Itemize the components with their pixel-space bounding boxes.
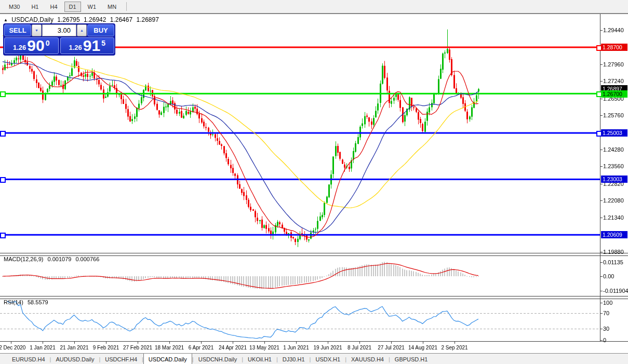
sell-price-display[interactable]: 1.26 90 0	[4, 37, 59, 54]
separator-macd-rsi[interactable]	[0, 296, 628, 299]
axis-tick	[600, 340, 603, 341]
axis-tick	[600, 218, 603, 218]
chart-title: ▲ USDCAD,Daily 1.26795 1.26942 1.26467 1…	[4, 16, 161, 23]
date-tick	[296, 342, 297, 344]
date-tick	[74, 342, 75, 344]
date-tick	[264, 342, 265, 344]
tab-usdcad-daily[interactable]: USDCAD.Daily	[143, 354, 192, 364]
sell-price-prefix: 1.26	[13, 44, 26, 51]
volume-decrease-button[interactable]: ▼	[32, 24, 42, 36]
hline-handle[interactable]	[0, 177, 6, 183]
macd-name: MACD(12,26,9)	[4, 256, 43, 262]
tab-ukoil-h1[interactable]: UKOil.H1	[243, 354, 276, 364]
axis-label: 0.01135	[603, 259, 623, 265]
axis-label: 1.25760	[603, 112, 624, 118]
axis-label: 30	[603, 326, 609, 332]
date-tick	[169, 342, 170, 344]
tab-dj30-h1[interactable]: DJ30.H1	[278, 354, 310, 364]
price-axis-line	[600, 14, 600, 342]
hline-handle[interactable]	[0, 131, 6, 137]
tab-xauusd-h4[interactable]: XAUUSD.H4	[346, 354, 389, 364]
date-tick	[423, 342, 423, 344]
date-tick	[106, 342, 106, 344]
axis-label: 0	[603, 337, 606, 343]
buy-price-display[interactable]: 1.26 91 5	[60, 37, 115, 54]
date-tick	[11, 342, 11, 344]
volume-input[interactable]: 3.00	[42, 24, 76, 36]
axis-label: -0.011904	[603, 288, 628, 294]
volume-increase-button[interactable]: ▲	[77, 24, 87, 36]
axis-label: 1.19880	[603, 249, 624, 255]
price-badge-blue: 1.23003	[601, 176, 627, 183]
date-tick	[359, 342, 360, 344]
axis-tick	[600, 30, 603, 31]
macd-value: 0.001079	[47, 256, 71, 262]
tab-eurusd-h4[interactable]: EURUSD.H4	[7, 354, 50, 364]
ohlc-open: 1.26795	[57, 16, 79, 23]
axis-label: 1.23560	[603, 163, 624, 169]
price-badge-blue: 1.20609	[601, 231, 627, 238]
date-tick	[233, 342, 233, 344]
rsi-value: 58.5579	[28, 299, 48, 305]
axis-label: 0.00	[603, 273, 614, 279]
axis-label: 1.27240	[603, 78, 624, 84]
hline-handle[interactable]	[0, 91, 6, 97]
ohlc-close: 1.26897	[137, 16, 159, 23]
axis-tick	[600, 184, 603, 184]
separator-rsi-dates	[0, 341, 628, 342]
date-tick	[138, 342, 138, 344]
buy-price-big: 91	[83, 38, 100, 53]
date-label: 2 Sep 2021	[434, 345, 475, 350]
macd-signal-value: 0.000766	[75, 256, 99, 262]
tab-usdcnh-daily[interactable]: USDCNH.Daily	[194, 354, 242, 364]
symbol-marker-icon: ▲	[4, 18, 8, 22]
sell-button[interactable]: SELL	[4, 24, 31, 36]
axis-tick	[600, 262, 603, 263]
axis-tick	[600, 81, 603, 82]
axis-tick	[600, 276, 603, 277]
date-tick	[328, 342, 328, 344]
axis-tick	[600, 115, 603, 116]
buy-price-prefix: 1.26	[69, 44, 82, 51]
rsi-label: RSI(14) 58.5579	[4, 299, 51, 305]
ohlc-low: 1.26467	[110, 16, 132, 23]
date-tick	[43, 342, 43, 344]
tab-usdx-h1[interactable]: USDX.H1	[311, 354, 345, 364]
hline-handle[interactable]	[0, 233, 6, 238]
date-tick	[455, 342, 455, 344]
price-badge-green: 1.26700	[601, 90, 627, 98]
date-tick	[201, 342, 202, 344]
axis-tick	[600, 329, 603, 329]
chart-tab-bar: EURUSD.H4|AUDUSD.Daily|USDCHF.H4|USDCAD.…	[0, 353, 628, 364]
tab-usdchf-h4[interactable]: USDCHF.H4	[100, 354, 142, 364]
date-tick	[391, 342, 392, 344]
ohlc-high: 1.26942	[84, 16, 106, 23]
axis-label: 70	[603, 310, 609, 316]
axis-tick	[600, 303, 603, 303]
axis-tick	[600, 200, 603, 201]
axis-tick	[600, 252, 603, 252]
axis-tick	[600, 291, 603, 291]
rsi-name: RSI(14)	[4, 299, 23, 305]
axis-tick	[600, 99, 603, 99]
tab-audusd-daily[interactable]: AUDUSD.Daily	[51, 354, 99, 364]
price-badge-blue: 1.25003	[601, 129, 627, 137]
axis-label: 1.22080	[603, 197, 624, 204]
axis-label: 1.27960	[603, 61, 624, 68]
axis-tick	[600, 150, 603, 150]
axis-tick	[600, 313, 603, 314]
tab-gbpusd-h1[interactable]: GBPUSD.H1	[390, 354, 433, 364]
sell-price-big: 90	[27, 38, 44, 53]
chart-symbol: USDCAD,Daily	[11, 16, 54, 23]
price-badge-red: 1.28700	[601, 44, 627, 51]
axis-tick	[600, 166, 603, 167]
axis-label: 100	[603, 300, 612, 306]
tabbar-left-pad	[0, 354, 7, 364]
axis-label: 1.21340	[603, 214, 624, 221]
buy-button[interactable]: BUY	[87, 24, 114, 36]
sell-price-sup: 0	[46, 39, 50, 47]
axis-label: 1.29440	[603, 27, 624, 33]
axis-tick	[600, 64, 603, 65]
axis-label: 1.24280	[603, 146, 624, 153]
one-click-trading-panel: SELL ▼ 3.00 ▲ BUY 1.26 90 0 1.26 91 5	[3, 23, 115, 56]
